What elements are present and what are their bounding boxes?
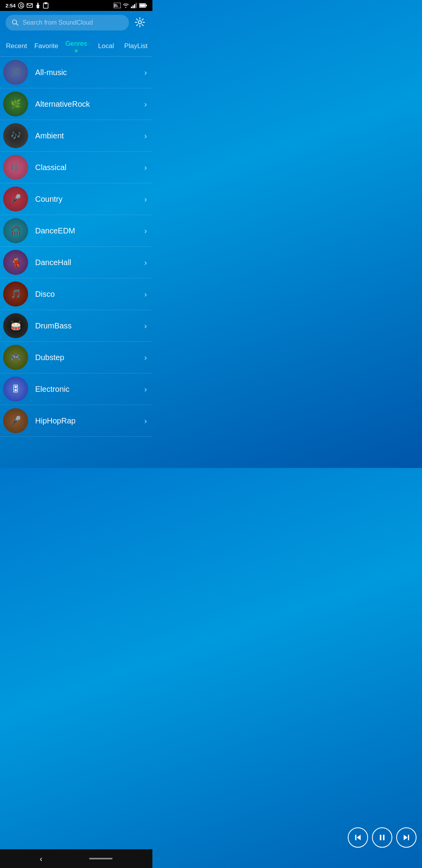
genre-list: 🎵All-music›🌿AlternativeRock›🎶Ambient›🎼Cl… <box>0 57 152 468</box>
search-input-wrapper[interactable] <box>5 15 129 30</box>
clipboard-icon <box>43 2 48 9</box>
genre-item-ambient[interactable]: 🎶Ambient› <box>0 120 152 152</box>
status-time: 2:54 <box>5 3 16 9</box>
wifi-icon <box>123 3 129 8</box>
genre-item-disco[interactable]: 🎵Disco› <box>0 278 152 310</box>
genre-item-alt-rock[interactable]: 🌿AlternativeRock› <box>0 88 152 120</box>
nav-tab-recent[interactable]: Recent <box>2 37 31 54</box>
genre-item-hiphop-rap[interactable]: 🎤HipHopRap› <box>0 405 152 437</box>
gear-icon <box>134 17 145 28</box>
genre-thumb-electronic: 🎛 <box>3 377 28 402</box>
genre-chevron-dubstep: › <box>144 353 147 362</box>
genre-chevron-all-music: › <box>144 68 147 77</box>
nav-tab-local[interactable]: Local <box>91 37 121 54</box>
svg-point-15 <box>138 21 141 24</box>
nav-tab-genres[interactable]: Genres <box>61 34 91 56</box>
genre-chevron-alt-rock: › <box>144 100 147 109</box>
svg-rect-12 <box>140 4 145 7</box>
genre-name-country: Country <box>35 195 144 204</box>
search-input[interactable] <box>23 19 123 26</box>
genre-name-classical: Classical <box>35 163 144 172</box>
genre-thumb-drum-bass: 🥁 <box>3 313 28 338</box>
genre-chevron-country: › <box>144 195 147 204</box>
svg-line-14 <box>16 23 18 25</box>
genre-thumb-disco: 🎵 <box>3 282 28 307</box>
nav-tabs: RecentFavoriteGenresLocalPlayList <box>0 34 152 57</box>
status-bar-right <box>114 3 147 8</box>
genre-thumb-alt-rock: 🌿 <box>3 91 28 117</box>
genre-chevron-dance-hall: › <box>144 258 147 267</box>
genre-item-dance-hall[interactable]: 💃DanceHall› <box>0 247 152 278</box>
svg-text:G: G <box>20 4 23 8</box>
battery-icon <box>139 3 147 8</box>
genre-chevron-electronic: › <box>144 385 147 394</box>
genre-name-ambient: Ambient <box>35 131 144 140</box>
gmail-icon <box>27 2 33 9</box>
genre-item-country[interactable]: 🎤Country› <box>0 183 152 215</box>
nav-tab-playlist[interactable]: PlayList <box>121 37 151 54</box>
genre-chevron-dance-edm: › <box>144 226 147 235</box>
svg-rect-8 <box>134 4 135 8</box>
svg-rect-4 <box>45 2 47 4</box>
genre-item-all-music[interactable]: 🎵All-music› <box>0 57 152 88</box>
genre-thumb-hiphop-rap: 🎤 <box>3 408 28 433</box>
genre-chevron-hiphop-rap: › <box>144 416 147 425</box>
genre-name-hiphop-rap: HipHopRap <box>35 416 144 425</box>
genre-item-dance-edm[interactable]: 🎧DanceEDM› <box>0 215 152 247</box>
settings-button[interactable] <box>133 15 147 30</box>
genre-thumb-dubstep: 🎮 <box>3 345 28 370</box>
genre-name-disco: Disco <box>35 290 144 299</box>
search-bar <box>0 11 152 34</box>
genre-item-dubstep[interactable]: 🎮Dubstep› <box>0 342 152 373</box>
genre-chevron-disco: › <box>144 290 147 299</box>
genre-thumb-dance-edm: 🎧 <box>3 218 28 243</box>
svg-rect-6 <box>131 7 132 8</box>
genre-thumb-country: 🎤 <box>3 187 28 212</box>
genre-thumb-all-music: 🎵 <box>3 60 28 85</box>
genre-item-classical[interactable]: 🎼Classical› <box>0 152 152 183</box>
signal-icon <box>131 3 137 8</box>
genre-chevron-ambient: › <box>144 131 147 140</box>
genre-chevron-drum-bass: › <box>144 321 147 330</box>
genre-name-all-music: All-music <box>35 68 144 77</box>
svg-rect-9 <box>136 3 137 8</box>
google-icon: G <box>18 2 24 9</box>
genre-name-alt-rock: AlternativeRock <box>35 100 144 109</box>
cast-icon <box>114 3 121 8</box>
fire-icon <box>35 2 41 9</box>
search-icon <box>12 19 19 27</box>
genre-thumb-ambient: 🎶 <box>3 123 28 148</box>
genre-item-electronic[interactable]: 🎛Electronic› <box>0 373 152 405</box>
status-bar: 2:54 G <box>0 0 152 11</box>
genre-chevron-classical: › <box>144 163 147 172</box>
genre-thumb-classical: 🎼 <box>3 155 28 180</box>
genre-name-dance-hall: DanceHall <box>35 258 144 267</box>
genre-item-drum-bass[interactable]: 🥁DrumBass› <box>0 310 152 342</box>
svg-rect-11 <box>146 5 147 6</box>
genre-name-dance-edm: DanceEDM <box>35 226 144 235</box>
genre-name-electronic: Electronic <box>35 385 144 394</box>
genre-name-dubstep: Dubstep <box>35 353 144 362</box>
svg-rect-7 <box>132 5 134 8</box>
nav-tab-favorite[interactable]: Favorite <box>31 37 61 54</box>
status-bar-left: 2:54 G <box>5 2 48 9</box>
genre-thumb-dance-hall: 💃 <box>3 250 28 275</box>
genre-name-drum-bass: DrumBass <box>35 321 144 330</box>
svg-rect-2 <box>27 4 32 7</box>
